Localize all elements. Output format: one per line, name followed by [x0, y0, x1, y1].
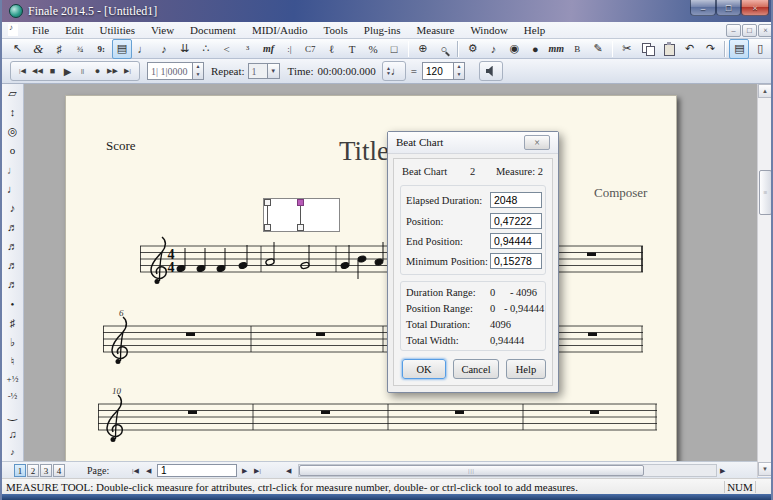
- eraser-tool[interactable]: ▱: [8, 88, 16, 99]
- scroll-up-button[interactable]: ▲: [758, 84, 772, 98]
- grace-note-button[interactable]: ♪: [10, 448, 15, 457]
- repeat-tool[interactable]: :|: [279, 39, 299, 59]
- speedy-entry-tool[interactable]: ♪: [154, 39, 174, 59]
- tempo-field[interactable]: [422, 62, 454, 80]
- note-mover-tool[interactable]: ♪: [484, 39, 504, 59]
- tempo-spinner[interactable]: ▲▼: [454, 62, 465, 80]
- playback-counter-field[interactable]: 1| 1|0000: [147, 62, 193, 80]
- copy-button[interactable]: [638, 39, 658, 59]
- fast-forward-button[interactable]: ▶▶: [105, 67, 120, 75]
- position-field[interactable]: [490, 213, 542, 229]
- first-page-button[interactable]: |◀: [132, 464, 139, 477]
- tuplet-tool[interactable]: ³: [238, 39, 258, 59]
- hyperscribe-tool[interactable]: ⇊: [175, 39, 195, 59]
- chord-tool[interactable]: C7: [300, 39, 320, 59]
- pause-button[interactable]: ||: [75, 67, 90, 75]
- help-button[interactable]: Help: [506, 359, 546, 379]
- text-tool[interactable]: T: [342, 39, 362, 59]
- menu-window[interactable]: Window: [462, 22, 515, 38]
- sixty-fourth-note-button[interactable]: ♬: [7, 260, 18, 271]
- horizontal-scroll-thumb[interactable]: |||: [299, 465, 644, 476]
- scroll-right-button[interactable]: ▶: [720, 464, 725, 477]
- time-signature-tool[interactable]: ¾: [70, 39, 90, 59]
- horizontal-scrollbar[interactable]: |||: [298, 464, 717, 477]
- close-button[interactable]: ×: [741, 0, 769, 16]
- half-step-up-button[interactable]: +½: [7, 375, 19, 384]
- page-layout-tool[interactable]: □: [384, 39, 404, 59]
- dialog-close-button[interactable]: ×: [524, 135, 550, 150]
- clef-tool[interactable]: 9:: [91, 39, 111, 59]
- graphics-tool[interactable]: ◉: [504, 39, 524, 59]
- page-view-toggle[interactable]: ▯: [750, 39, 770, 59]
- simple-entry-tool[interactable]: ♩: [133, 39, 153, 59]
- whole-note-button[interactable]: o: [10, 145, 16, 156]
- half-step-down-button[interactable]: -½: [8, 392, 18, 401]
- paste-button[interactable]: [659, 39, 679, 59]
- menu-tools[interactable]: Tools: [316, 22, 356, 38]
- engraver-tool[interactable]: ✎: [588, 39, 608, 59]
- minimum-position-field[interactable]: [490, 253, 542, 269]
- eighth-note-button[interactable]: ♪: [10, 203, 16, 214]
- elapsed-duration-field[interactable]: [490, 192, 542, 208]
- hundred-twenty-eighth-note-button[interactable]: ♬: [7, 279, 18, 290]
- hand-grabber-tool[interactable]: ⊕: [413, 39, 433, 59]
- menu-file[interactable]: File: [24, 22, 57, 38]
- midi-tool[interactable]: ●: [525, 39, 545, 59]
- smart-shape-tool[interactable]: <: [217, 39, 237, 59]
- selection-tool[interactable]: ↖: [8, 39, 28, 59]
- tempo-tool[interactable]: mm: [546, 39, 566, 59]
- mdi-close-button[interactable]: ×: [758, 24, 773, 37]
- maximize-button[interactable]: □: [716, 0, 741, 16]
- record-button[interactable]: ●: [90, 66, 105, 76]
- view-preset-1[interactable]: 1: [14, 464, 26, 477]
- cancel-button[interactable]: Cancel: [453, 359, 499, 379]
- vertical-scroll-thumb[interactable]: ≡: [759, 170, 772, 215]
- quarter-note-button[interactable]: ♩: [7, 184, 18, 195]
- menu-midi-audio[interactable]: MIDI/Audio: [244, 22, 316, 38]
- staff-system-3[interactable]: 10: [98, 385, 657, 447]
- menu-measure[interactable]: Measure: [409, 22, 463, 38]
- repitch-tool[interactable]: ↕: [10, 107, 16, 118]
- redo-button[interactable]: ↷: [701, 39, 721, 59]
- expression-tool[interactable]: mf: [259, 39, 279, 59]
- view-preset-4[interactable]: 4: [53, 464, 65, 477]
- go-to-start-button[interactable]: |◀: [15, 67, 30, 75]
- lyrics-tool[interactable]: ℓ: [321, 39, 341, 59]
- key-signature-tool[interactable]: ♯: [49, 39, 69, 59]
- tuplet-button[interactable]: ♫: [8, 429, 16, 440]
- menu-edit[interactable]: Edit: [57, 22, 91, 38]
- menu-view[interactable]: View: [143, 22, 182, 38]
- menu-utilities[interactable]: Utilities: [91, 22, 142, 38]
- menu-document[interactable]: Document: [182, 22, 244, 38]
- sixteenth-note-button[interactable]: ♬: [7, 222, 18, 233]
- menu-plug-ins[interactable]: Plug-ins: [356, 22, 409, 38]
- scroll-view-toggle[interactable]: ▤: [729, 39, 749, 59]
- last-page-button[interactable]: ▶|: [254, 464, 261, 477]
- double-whole-note-button[interactable]: ◎: [8, 126, 18, 137]
- stop-button[interactable]: ■: [45, 66, 60, 76]
- staff-system-2[interactable]: 6: [103, 307, 643, 369]
- undo-button[interactable]: ↶: [680, 39, 700, 59]
- cut-button[interactable]: ✂: [617, 39, 637, 59]
- menu-help[interactable]: Help: [516, 22, 553, 38]
- counter-spinner[interactable]: ▲▼: [193, 62, 204, 80]
- scroll-down-button[interactable]: ▼: [758, 462, 772, 476]
- scroll-left-button[interactable]: ◀: [286, 464, 291, 477]
- view-preset-3[interactable]: 3: [40, 464, 52, 477]
- flat-button[interactable]: ♭: [10, 337, 15, 348]
- score-page[interactable]: Score Title Composer: [65, 95, 677, 461]
- resize-tool[interactable]: %: [363, 39, 383, 59]
- tempo-note-button[interactable]: ▲▼ ♩: [382, 61, 406, 81]
- repeat-select[interactable]: 1: [248, 63, 268, 79]
- staff-tool[interactable]: &: [28, 39, 48, 59]
- ok-button[interactable]: OK: [402, 359, 446, 379]
- beat-handle-selected[interactable]: [297, 199, 304, 206]
- beat-handle-top-left[interactable]: [264, 199, 271, 206]
- go-to-end-button[interactable]: ▶|: [120, 67, 135, 75]
- tie-button[interactable]: ‿: [8, 409, 17, 420]
- vertical-scrollbar[interactable]: ▲ ≡ ▼: [757, 84, 772, 477]
- playback-settings-button[interactable]: [479, 61, 503, 81]
- thirty-second-note-button[interactable]: ♬: [7, 241, 18, 252]
- page-number-field[interactable]: [157, 464, 237, 477]
- repeat-dropdown-arrow[interactable]: ▼: [268, 63, 280, 79]
